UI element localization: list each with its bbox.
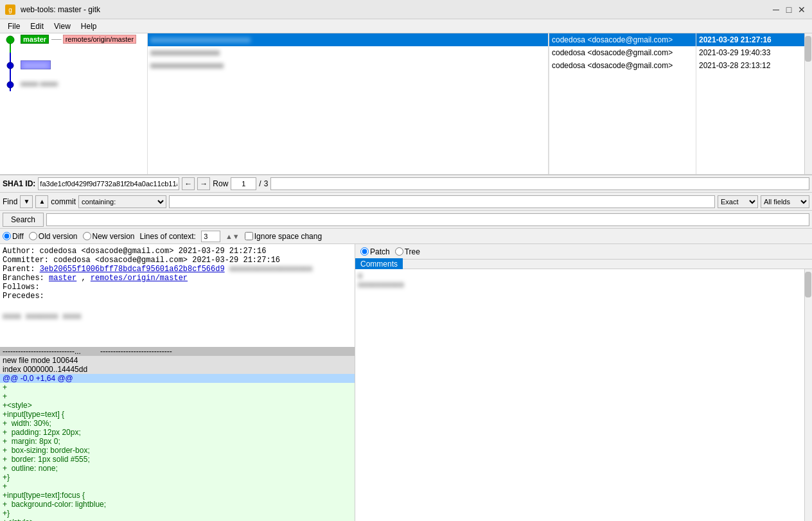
- left-panel: Author: codedosa <dosacode@gmail.com> 20…: [0, 244, 355, 521]
- precedes-line: Precedes:: [3, 292, 352, 301]
- committer-line: Committer: codedosa <dosacode@gmail.com>…: [3, 256, 352, 265]
- fields-dropdown[interactable]: All fields Headline Comments Author Comm…: [761, 195, 809, 208]
- svg-text:g: g: [8, 6, 12, 13]
- author-row-1: codedosa <dosacode@gmail.com>: [549, 46, 696, 59]
- parent-label: Parent:: [3, 265, 35, 274]
- date-row-0: 2021-03-29 21:27:16: [696, 33, 812, 46]
- row-label: Row: [213, 179, 228, 188]
- branches-line: Branches: master , remotes/origin/master: [3, 274, 352, 283]
- follows-line: Follows:: [3, 283, 352, 292]
- find-up-button[interactable]: ▲: [35, 195, 48, 208]
- commit-date-col: 2021-03-29 21:27:16 2021-03-29 19:40:33 …: [696, 33, 812, 174]
- svg-point-5: [7, 62, 13, 69]
- diff-info-1: new file mode 100644: [0, 356, 355, 365]
- comments-tab[interactable]: Comments: [355, 258, 403, 270]
- patch-radio-label[interactable]: Patch: [360, 247, 390, 256]
- branch-labels-row3: xxxxx xxxxx: [21, 80, 58, 87]
- find-type-dropdown[interactable]: containing: touching paths: adding/remov…: [78, 195, 166, 208]
- diff-radio[interactable]: [3, 232, 11, 240]
- sha1-input[interactable]: [38, 177, 179, 190]
- diff-add-10: + outline: none;: [0, 464, 355, 473]
- commit-row-1[interactable]: xxxxxxxxxxxxxxxxxx: [148, 46, 548, 59]
- nav-back-button[interactable]: ←: [182, 177, 195, 190]
- author-0: codedosa <dosacode@gmail.com>: [552, 35, 673, 44]
- search-bar: Search: [0, 211, 812, 229]
- menu-file[interactable]: File: [3, 21, 25, 32]
- old-version-radio-label[interactable]: Old version: [29, 232, 78, 241]
- date-row-2: 2021-03-28 23:13:12: [696, 59, 812, 72]
- ignore-space-checkbox[interactable]: [245, 232, 253, 240]
- right-blurred-1: x: [358, 272, 809, 281]
- branches-label: Branches:: [3, 274, 44, 283]
- exact-dropdown[interactable]: Exact IgnCase Regexp: [718, 195, 758, 208]
- commit-messages-col: xxxxxxxxxxxxxxxxxxxxxxxxxx xxxxxxxxxxxxx…: [148, 33, 549, 174]
- commit-row-0[interactable]: xxxxxxxxxxxxxxxxxxxxxxxxxx: [148, 33, 548, 46]
- menu-view[interactable]: View: [49, 21, 76, 32]
- svg-point-4: [6, 36, 14, 44]
- menu-help[interactable]: Help: [76, 21, 102, 32]
- date-0: 2021-03-29 21:27:16: [699, 35, 772, 44]
- parent-hash-link[interactable]: 3eb20655f1006bff78bdcaf95601a62b8cf566d9: [40, 265, 225, 274]
- blue-tag-row2: xxxxxxx: [21, 60, 51, 69]
- master-branch-link[interactable]: master: [49, 274, 76, 283]
- tree-radio-label[interactable]: Tree: [395, 247, 420, 256]
- diff-add-13: +input[type=text]:focus {: [0, 491, 355, 500]
- right-content-area[interactable]: x xxxxxxxxxx: [355, 269, 812, 521]
- date-1: 2021-03-29 19:40:33: [699, 48, 770, 57]
- menu-edit[interactable]: Edit: [25, 21, 49, 32]
- patch-radio[interactable]: [360, 247, 369, 256]
- context-arrows: ▲▼: [225, 233, 240, 240]
- search-result-input[interactable]: [46, 213, 809, 226]
- diff-scroll-area[interactable]: ----------------------------... --------…: [0, 347, 355, 521]
- new-version-radio[interactable]: [83, 232, 91, 240]
- ignore-space-label[interactable]: Ignore space chang: [245, 232, 322, 241]
- branch-connector: ──: [51, 35, 62, 43]
- tree-radio[interactable]: [395, 247, 403, 256]
- diff-lines: ----------------------------... --------…: [0, 347, 355, 521]
- author-2: codedosa <dosacode@gmail.com>: [552, 61, 673, 70]
- parent-extra: xxxxxxxxxxxxxxxxxx: [229, 265, 313, 274]
- tree-label: Tree: [405, 247, 420, 256]
- diff-add-1: +: [0, 383, 355, 392]
- diff-header-1: ----------------------------... --------…: [0, 347, 355, 356]
- comments-tab-bar: Comments: [355, 260, 812, 269]
- old-version-label: Old version: [39, 232, 78, 241]
- graph-scrollbar-thumb: [805, 36, 811, 62]
- minimize-button[interactable]: ─: [771, 4, 781, 15]
- sha1-label: SHA1 ID:: [3, 179, 35, 188]
- find-down-button[interactable]: ▼: [20, 195, 33, 208]
- diff-radio-label[interactable]: Diff: [3, 232, 24, 241]
- find-commit-label: commit: [51, 197, 76, 206]
- diff-add-2: +: [0, 392, 355, 401]
- new-version-radio-label[interactable]: New version: [83, 232, 135, 241]
- branch-labels-row2: xxxxxxx: [21, 60, 52, 69]
- diff-add-4: +input[type=text] {: [0, 410, 355, 419]
- commit-row-2[interactable]: xxxxxxxxxxxxxxxxxxx: [148, 59, 548, 72]
- context-input[interactable]: [201, 231, 220, 242]
- diff-add-11: +}: [0, 473, 355, 482]
- diff-add-12: +: [0, 482, 355, 491]
- remote-branch-link[interactable]: remotes/origin/master: [91, 274, 188, 283]
- title-bar-controls: ─ □ ✕: [771, 4, 807, 15]
- old-version-radio[interactable]: [29, 232, 37, 240]
- commit-msg-0: xxxxxxxxxxxxxxxxxxxxxxxxxx: [150, 35, 251, 44]
- patch-tree-bar: Patch Tree: [355, 244, 812, 260]
- nav-forward-button[interactable]: →: [197, 177, 210, 190]
- new-version-label: New version: [93, 232, 135, 241]
- right-blurred-2: xxxxxxxxxx: [358, 281, 809, 290]
- diff-add-16: +</style>: [0, 518, 355, 521]
- find-label: Find: [3, 197, 17, 206]
- diff-label: Diff: [12, 232, 24, 241]
- commit-detail-area[interactable]: Author: codedosa <dosacode@gmail.com> 20…: [0, 244, 355, 347]
- row-extra-input[interactable]: [270, 177, 809, 190]
- author-row-2: codedosa <dosacode@gmail.com>: [549, 59, 696, 72]
- graph-scrollbar-v[interactable]: [804, 33, 812, 174]
- find-text-input[interactable]: [169, 195, 715, 208]
- diff-add-15: +}: [0, 509, 355, 518]
- maximize-button[interactable]: □: [784, 4, 794, 15]
- close-button[interactable]: ✕: [797, 4, 807, 15]
- search-button[interactable]: Search: [3, 213, 44, 227]
- right-scrollbar-v[interactable]: [804, 269, 812, 521]
- author-1: codedosa <dosacode@gmail.com>: [552, 48, 673, 57]
- row-input[interactable]: [231, 177, 256, 190]
